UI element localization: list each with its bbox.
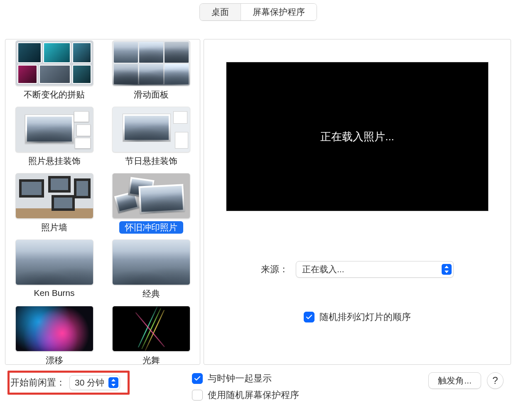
- saver-thumb: [112, 306, 190, 352]
- screensaver-preview: 正在载入照片...: [226, 62, 489, 211]
- source-popup[interactable]: 正在载入...: [296, 261, 454, 278]
- idle-before-start-highlight: 开始前闲置： 30 分钟: [7, 371, 130, 395]
- saver-thumb: [15, 306, 93, 352]
- saver-label: 怀旧冲印照片: [119, 221, 183, 234]
- check-icon: [305, 313, 313, 321]
- saver-item-dance[interactable]: 光舞: [107, 306, 195, 365]
- saver-item-classic[interactable]: 经典: [107, 239, 195, 300]
- saver-item-wall[interactable]: 照片墙: [10, 173, 98, 234]
- saver-thumb: [112, 107, 190, 152]
- saver-thumb: [112, 173, 190, 219]
- tab-screensaver[interactable]: 屏幕保护程序: [241, 4, 317, 20]
- preview-pane: 正在载入照片... 来源： 正在载入... 随机排列幻灯片的顺序: [204, 39, 511, 365]
- saver-label: 光舞: [137, 354, 166, 365]
- tab-bar: 桌面 屏幕保护程序: [0, 0, 516, 22]
- updown-icon: [108, 377, 118, 388]
- saver-label: 不断变化的拼贴: [18, 88, 91, 101]
- saver-label: 节日悬挂装饰: [119, 155, 183, 167]
- saver-thumb: [15, 40, 93, 86]
- saver-thumb: [15, 239, 93, 285]
- preview-loading-text: 正在载入照片...: [320, 129, 394, 144]
- saver-item-holiday[interactable]: 节日悬挂装饰: [107, 107, 195, 167]
- random-saver-checkbox[interactable]: [192, 390, 203, 400]
- shuffle-checkbox[interactable]: [304, 312, 315, 322]
- saver-item-kenburns[interactable]: Ken Burns: [10, 239, 98, 300]
- saver-thumb: [15, 107, 93, 152]
- saver-item-sliding[interactable]: 滑动面板: [107, 40, 195, 101]
- saver-item-drift[interactable]: 漂移: [10, 306, 98, 365]
- idle-label: 开始前闲置：: [10, 376, 65, 389]
- saver-item-vintage[interactable]: 怀旧冲印照片: [107, 173, 195, 234]
- saver-item-tiles[interactable]: 不断变化的拼贴: [10, 40, 98, 101]
- tab-segmented-control: 桌面 屏幕保护程序: [199, 3, 317, 21]
- hot-corners-button[interactable]: 触发角...: [428, 372, 481, 389]
- updown-icon: [442, 264, 452, 275]
- random-saver-label: 使用随机屏幕保护程序: [208, 389, 299, 401]
- saver-item-mobile[interactable]: 照片悬挂装饰: [10, 107, 98, 167]
- saver-label: 漂移: [40, 354, 69, 365]
- saver-label: Ken Burns: [28, 288, 80, 298]
- saver-thumb: [112, 40, 190, 86]
- source-label: 来源：: [261, 263, 288, 276]
- saver-label: 经典: [137, 288, 166, 300]
- saver-thumb: [112, 239, 190, 285]
- source-value: 正在载入...: [302, 264, 344, 275]
- saver-label: 照片悬挂装饰: [22, 155, 86, 167]
- screensaver-list[interactable]: 不断变化的拼贴 滑动面板 照片悬挂装饰: [5, 39, 200, 365]
- saver-thumb: [15, 173, 93, 219]
- saver-label: 照片墙: [35, 221, 73, 234]
- idle-time-value: 30 分钟: [75, 377, 104, 388]
- help-button[interactable]: ?: [487, 372, 504, 389]
- shuffle-label: 随机排列幻灯片的顺序: [319, 311, 411, 323]
- show-clock-label: 与时钟一起显示: [208, 372, 272, 385]
- idle-time-popup[interactable]: 30 分钟: [69, 375, 120, 390]
- show-clock-checkbox[interactable]: [192, 373, 203, 384]
- saver-label: 滑动面板: [128, 88, 174, 101]
- check-icon: [194, 375, 201, 382]
- tab-desktop[interactable]: 桌面: [200, 4, 241, 20]
